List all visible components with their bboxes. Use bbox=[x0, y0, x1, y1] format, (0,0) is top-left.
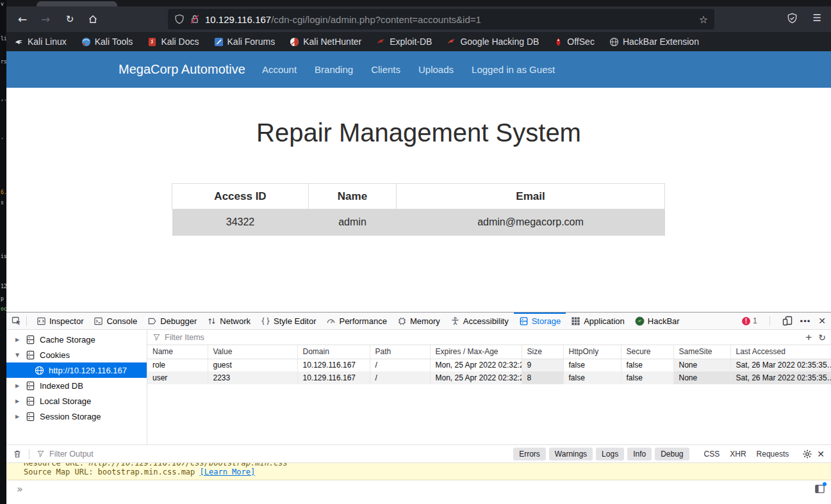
nav-link-clients[interactable]: Clients bbox=[371, 64, 400, 75]
clear-console-trash-icon[interactable] bbox=[13, 450, 22, 459]
col-header[interactable]: Last Accessed bbox=[730, 345, 831, 359]
console-filter-input[interactable] bbox=[49, 450, 216, 459]
tab-performance[interactable]: Performance bbox=[321, 313, 391, 329]
ghdb-bird-icon bbox=[447, 37, 456, 47]
tab-style-editor[interactable]: Style Editor bbox=[256, 313, 321, 329]
tab-accessibility[interactable]: Accessibility bbox=[445, 313, 514, 329]
tab-storage[interactable]: Storage bbox=[514, 313, 566, 329]
col-header[interactable]: Name bbox=[147, 345, 208, 359]
menu-hamburger-icon[interactable]: ☰ bbox=[813, 12, 822, 24]
tracking-shield-icon[interactable] bbox=[174, 14, 185, 24]
network-icon bbox=[207, 316, 217, 326]
back-button[interactable]: ← bbox=[15, 12, 29, 26]
bookmark-kali-linux[interactable]: Kali Linux bbox=[14, 37, 67, 47]
warning-line-resource-url: Resource URL: http://10.129.116.167/css/… bbox=[24, 463, 831, 467]
application-icon bbox=[571, 316, 580, 326]
devtools-close-icon[interactable]: ✕ bbox=[818, 316, 826, 326]
sidebar-item-cookies[interactable]: ▼ Cookies bbox=[6, 347, 147, 362]
home-button[interactable] bbox=[86, 12, 100, 26]
tab-memory[interactable]: Memory bbox=[392, 313, 445, 329]
insecure-lock-icon[interactable] bbox=[190, 14, 200, 24]
nav-link-uploads[interactable]: Uploads bbox=[418, 64, 454, 75]
bookmark-hackbar-extension[interactable]: HackBar Extension bbox=[609, 37, 699, 47]
bookmark-offsec[interactable]: OffSec bbox=[554, 37, 595, 47]
twisty-collapsed-icon[interactable]: ▶ bbox=[15, 398, 21, 404]
performance-icon bbox=[326, 316, 336, 326]
reload-button[interactable]: ↻ bbox=[63, 12, 77, 26]
col-email: Email bbox=[397, 184, 665, 209]
tab-inspector[interactable]: Inspector bbox=[31, 313, 88, 329]
sidebar-item-local-storage[interactable]: ▶ Local Storage bbox=[6, 393, 147, 409]
browser-tab-stub[interactable] bbox=[37, 1, 117, 6]
learn-more-link[interactable]: [Learn More] bbox=[200, 467, 256, 476]
bookmark-kali-docs[interactable]: Kali Docs bbox=[147, 37, 199, 47]
cookie-row-role[interactable]: role guest 10.129.116.167 / Mon, 25 Apr … bbox=[147, 359, 831, 371]
kali-nethunter-icon bbox=[290, 37, 299, 47]
nav-link-account[interactable]: Account bbox=[262, 64, 297, 75]
twisty-collapsed-icon[interactable]: ▶ bbox=[15, 337, 21, 343]
terminal-glyph: li bbox=[1, 36, 6, 42]
kali-docs-icon bbox=[147, 37, 157, 47]
cookie-row-user[interactable]: user 2233 10.129.116.167 / Mon, 25 Apr 2… bbox=[147, 371, 831, 384]
warning-line-source-map: Source Map URL: bootstrap.min.css.map [L… bbox=[24, 467, 831, 476]
accounts-header-row: Access ID Name Email bbox=[172, 184, 665, 209]
col-header[interactable]: Secure bbox=[621, 345, 673, 359]
forward-button[interactable]: → bbox=[38, 12, 53, 26]
nav-link-branding[interactable]: Branding bbox=[315, 64, 353, 75]
bookmark-star-icon[interactable]: ☆ bbox=[699, 13, 708, 26]
console-settings-gear-icon[interactable] bbox=[802, 449, 812, 459]
tab-network[interactable]: Network bbox=[202, 313, 256, 329]
storage-filter-input[interactable] bbox=[165, 333, 802, 342]
add-item-icon[interactable]: + bbox=[805, 332, 812, 343]
tab-hackbar[interactable]: HackBar bbox=[630, 313, 685, 329]
col-header[interactable]: HttpOnly bbox=[563, 345, 621, 359]
console-close-icon[interactable]: ✕ bbox=[817, 449, 825, 459]
twisty-collapsed-icon[interactable]: ▶ bbox=[15, 383, 21, 389]
sidebar-item-indexed-db[interactable]: ▶ Indexed DB bbox=[6, 378, 147, 393]
filter-debug-button[interactable]: Debug bbox=[655, 448, 689, 460]
sidebar-toggle-icon[interactable] bbox=[814, 484, 825, 496]
filter-errors-button[interactable]: Errors bbox=[513, 448, 546, 460]
bookmark-google-hacking-db[interactable]: Google Hacking DB bbox=[447, 37, 539, 47]
site-brand[interactable]: MegaCorp Automotive bbox=[119, 62, 245, 77]
col-header[interactable]: Expires / Max-Age bbox=[430, 345, 522, 359]
notification-dot bbox=[823, 482, 827, 486]
col-header[interactable]: Domain bbox=[297, 345, 370, 359]
responsive-design-mode-icon[interactable] bbox=[782, 316, 793, 326]
devtools-menu-icon[interactable]: ••• bbox=[800, 316, 811, 326]
console-input-row[interactable]: » bbox=[6, 480, 831, 504]
bookmark-kali-forums[interactable]: Kali Forums bbox=[214, 37, 276, 47]
nav-link-logged-in-as-guest[interactable]: Logged in as Guest bbox=[472, 64, 555, 75]
sidebar-item-cookie-host-selected[interactable]: http://10.129.116.167 bbox=[6, 362, 147, 378]
filter-requests-button[interactable]: Requests bbox=[757, 450, 789, 459]
refresh-items-icon[interactable]: ↻ bbox=[818, 332, 826, 343]
col-header[interactable]: Value bbox=[208, 345, 297, 359]
pick-element-icon[interactable] bbox=[12, 316, 22, 326]
error-badge[interactable]: ! 1 bbox=[742, 316, 757, 325]
twisty-collapsed-icon[interactable]: ▶ bbox=[15, 414, 21, 419]
col-header[interactable]: Path bbox=[370, 345, 430, 359]
bookmark-exploit-db[interactable]: Exploit-DB bbox=[376, 37, 432, 47]
filter-info-button[interactable]: Info bbox=[627, 448, 652, 460]
debugger-icon bbox=[147, 316, 157, 326]
url-host: 10.129.116.167 bbox=[205, 14, 271, 25]
filter-warnings-button[interactable]: Warnings bbox=[549, 448, 593, 460]
filter-xhr-button[interactable]: XHR bbox=[730, 450, 746, 459]
sidebar-item-session-storage[interactable]: ▶ Session Storage bbox=[6, 409, 147, 424]
col-header[interactable]: Size bbox=[522, 345, 563, 359]
filter-logs-button[interactable]: Logs bbox=[596, 448, 624, 460]
bookmark-kali-tools[interactable]: Kali Tools bbox=[81, 37, 133, 47]
globe-icon bbox=[35, 366, 44, 375]
url-bar[interactable]: 10.129.116.167/cdn-cgi/login/admin.php?c… bbox=[168, 9, 714, 29]
bookmark-kali-nethunter[interactable]: Kali NetHunter bbox=[290, 37, 361, 47]
filter-css-button[interactable]: CSS bbox=[704, 450, 720, 459]
toolbar-right-icons: ☰ bbox=[787, 12, 822, 24]
protections-shield-icon[interactable] bbox=[787, 13, 798, 24]
exploit-db-bird-icon bbox=[376, 37, 386, 47]
tab-application[interactable]: Application bbox=[566, 313, 630, 329]
tab-debugger[interactable]: Debugger bbox=[142, 313, 202, 329]
col-header[interactable]: SameSite bbox=[673, 345, 730, 359]
sidebar-item-cache-storage[interactable]: ▶ Cache Storage bbox=[6, 332, 147, 347]
tab-console[interactable]: Console bbox=[88, 313, 142, 329]
twisty-expanded-icon[interactable]: ▼ bbox=[15, 352, 21, 358]
